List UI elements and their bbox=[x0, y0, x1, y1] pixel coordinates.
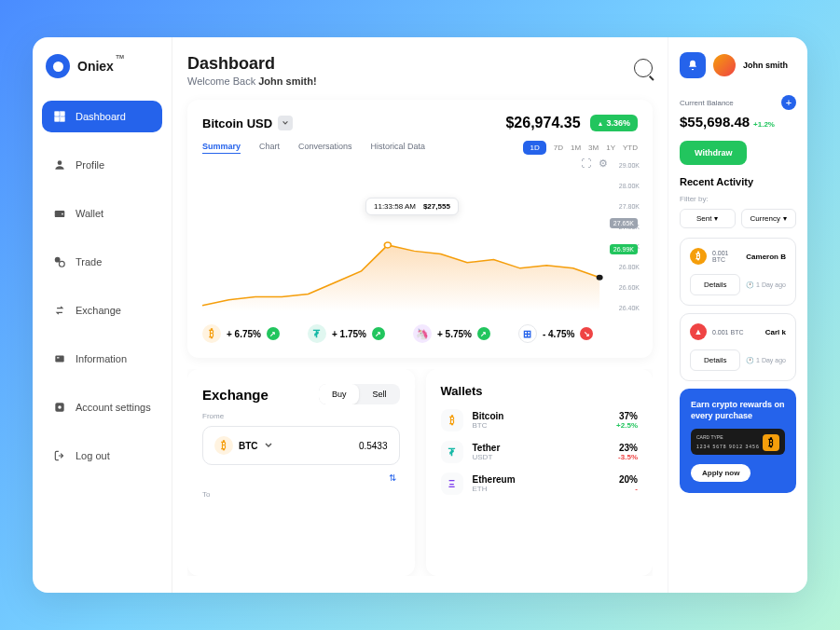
exchange-card: Exchange Buy Sell Frome ₿ BTC 0.5433 ⇅ bbox=[187, 369, 415, 576]
chevron-down-icon[interactable] bbox=[278, 116, 293, 130]
svg-point-14 bbox=[597, 275, 603, 281]
buy-tab[interactable]: Buy bbox=[319, 384, 360, 404]
range-1d[interactable]: 1D bbox=[523, 141, 545, 155]
tab-historical[interactable]: Historical Data bbox=[371, 142, 426, 154]
sell-tab[interactable]: Sell bbox=[359, 384, 399, 404]
promo-card: Earn crypto rewards on every purchase CA… bbox=[680, 389, 796, 493]
buy-sell-toggle: Buy Sell bbox=[319, 384, 400, 404]
price-chart bbox=[202, 162, 638, 311]
exchange-icon bbox=[53, 304, 66, 317]
svg-point-6 bbox=[62, 213, 63, 215]
nav-profile[interactable]: Profile bbox=[42, 149, 162, 181]
profile-icon bbox=[53, 158, 66, 171]
pair-name: Bitcoin USD bbox=[202, 116, 272, 130]
nav-information[interactable]: Information bbox=[42, 343, 162, 375]
gear-icon[interactable]: ⚙ bbox=[599, 158, 608, 170]
ticker-btc[interactable]: ₿+ 6.75%↗ bbox=[202, 324, 280, 343]
from-amount: 0.5433 bbox=[359, 441, 388, 451]
brand-tm: TM bbox=[116, 54, 124, 60]
chart-price: $26,974.35 bbox=[505, 115, 580, 131]
page-title: Dashboard bbox=[187, 54, 317, 74]
activity-coin-icon: ▲ bbox=[690, 323, 707, 340]
wallets-card: Wallets ₿ BitcoinBTC 37%+2.5%₮ TetherUSD… bbox=[426, 369, 654, 576]
up-icon: ↗ bbox=[267, 327, 280, 340]
svg-point-8 bbox=[59, 261, 64, 267]
balance-change: +1.2% bbox=[753, 120, 775, 129]
range-1m[interactable]: 1M bbox=[571, 144, 581, 152]
trade-icon bbox=[53, 255, 66, 268]
wallets-title: Wallets bbox=[441, 384, 639, 398]
notifications-button[interactable] bbox=[680, 52, 706, 78]
clock-icon: 🕐 bbox=[746, 357, 754, 364]
y-tag-last: 26.99K bbox=[610, 244, 638, 254]
range-3m[interactable]: 3M bbox=[588, 144, 599, 152]
y-tag-current: 27.65K bbox=[610, 218, 638, 228]
usdt-icon: ₮ bbox=[441, 441, 463, 463]
svg-rect-1 bbox=[61, 112, 65, 116]
wallet-row[interactable]: ₮ TetherUSDT 23%-3.5% bbox=[441, 441, 639, 463]
filter-currency[interactable]: Currency ▾ bbox=[741, 209, 797, 228]
tab-summary[interactable]: Summary bbox=[202, 142, 241, 154]
ticker-dot[interactable]: ⊞- 4.75%↘ bbox=[518, 324, 593, 343]
brand-icon bbox=[46, 54, 70, 78]
chevron-down-icon: ▾ bbox=[783, 214, 787, 223]
eth-icon: Ξ bbox=[441, 472, 463, 495]
ticker-uni[interactable]: 🦄+ 5.75%↗ bbox=[413, 324, 490, 343]
tab-conversations[interactable]: Conversations bbox=[298, 142, 352, 154]
withdraw-button[interactable]: Withdraw bbox=[680, 141, 747, 165]
down-icon: ↘ bbox=[580, 327, 593, 340]
nav-account-settings[interactable]: Account settings bbox=[42, 391, 162, 423]
pair-selector[interactable]: Bitcoin USD bbox=[202, 116, 293, 130]
chevron-down-icon: ▾ bbox=[714, 214, 718, 223]
range-ytd[interactable]: YTD bbox=[623, 144, 638, 152]
nav-label: Dashboard bbox=[76, 111, 126, 122]
chart-area: ⛶ ⚙ 29.00K28.00K27.80K27.60K27.00K26.80K… bbox=[202, 162, 638, 311]
add-balance-button[interactable]: + bbox=[781, 95, 796, 110]
btc-icon: ₿ bbox=[441, 409, 463, 431]
search-icon[interactable] bbox=[634, 59, 653, 77]
fullscreen-icon[interactable]: ⛶ bbox=[581, 158, 591, 170]
filter-label: Filter by: bbox=[680, 195, 796, 203]
promo-credit-card: CARD TYPE 1234 5678 9012 3456 ₿ bbox=[691, 429, 785, 455]
topbar: Dashboard Welcome Back John smith! bbox=[187, 54, 653, 87]
brand: OniexTM bbox=[42, 54, 162, 78]
from-select[interactable]: ₿ BTC 0.5433 bbox=[202, 426, 400, 465]
activity-time: 🕐 1 Day ago bbox=[746, 281, 786, 289]
balance-label: Current Balance bbox=[680, 99, 734, 107]
wallet-row[interactable]: Ξ EthereumETH 20%- bbox=[441, 472, 639, 495]
filter-sent[interactable]: Sent ▾ bbox=[680, 209, 736, 228]
promo-text: Earn crypto rewards on every purchase bbox=[691, 400, 785, 421]
wallet-icon bbox=[53, 207, 66, 220]
details-button[interactable]: Details bbox=[690, 274, 740, 295]
dot-icon: ⊞ bbox=[518, 324, 537, 343]
nav-trade[interactable]: Trade bbox=[42, 246, 162, 278]
svg-rect-10 bbox=[57, 357, 59, 358]
details-button[interactable]: Details bbox=[690, 349, 740, 371]
tab-chart[interactable]: Chart bbox=[259, 142, 280, 154]
range-7d[interactable]: 7D bbox=[554, 144, 563, 152]
logout-icon bbox=[53, 449, 66, 462]
swap-icon[interactable]: ⇅ bbox=[206, 472, 396, 483]
main-content: Dashboard Welcome Back John smith! Bitco… bbox=[172, 37, 668, 593]
avatar[interactable] bbox=[713, 54, 736, 76]
balance-amount: $55,698.48 bbox=[680, 114, 750, 130]
nav-wallet[interactable]: Wallet bbox=[42, 198, 162, 229]
activity-time: 🕐 1 Day ago bbox=[746, 357, 786, 364]
ticker-row: ₿+ 6.75%↗₮+ 1.75%↗🦄+ 5.75%↗⊞- 4.75%↘ bbox=[202, 324, 638, 343]
nav-dashboard[interactable]: Dashboard bbox=[42, 101, 162, 132]
nav-label: Profile bbox=[76, 159, 104, 171]
wallet-row[interactable]: ₿ BitcoinBTC 37%+2.5% bbox=[441, 409, 639, 431]
svg-point-13 bbox=[384, 242, 391, 248]
y-axis-labels: 29.00K28.00K27.80K27.60K27.00K26.80K26.6… bbox=[619, 162, 640, 311]
nav-logout[interactable]: Log out bbox=[42, 440, 162, 472]
ticker-usdt[interactable]: ₮+ 1.75%↗ bbox=[308, 324, 385, 343]
btc-icon: ₿ bbox=[214, 436, 233, 455]
nav-label: Information bbox=[76, 353, 127, 364]
info-icon bbox=[53, 352, 66, 365]
apply-now-button[interactable]: Apply now bbox=[691, 464, 750, 482]
svg-rect-2 bbox=[55, 117, 60, 122]
range-1y[interactable]: 1Y bbox=[606, 144, 615, 152]
svg-point-7 bbox=[55, 257, 61, 263]
nav-exchange[interactable]: Exchange bbox=[42, 294, 162, 326]
chevron-down-icon bbox=[264, 441, 273, 450]
